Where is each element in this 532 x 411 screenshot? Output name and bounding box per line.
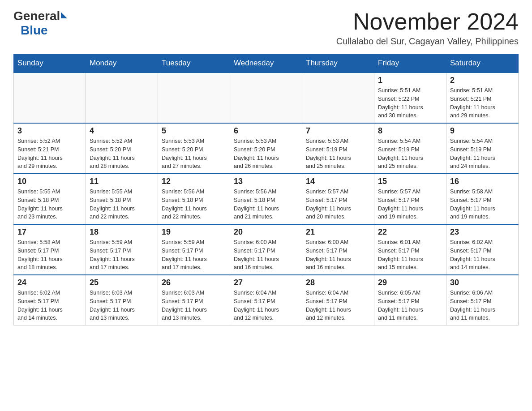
calendar-cell: 28Sunrise: 6:04 AMSunset: 5:17 PMDayligh… <box>302 275 374 325</box>
calendar-cell: 30Sunrise: 6:06 AMSunset: 5:17 PMDayligh… <box>446 275 519 325</box>
calendar-cell: 13Sunrise: 5:56 AMSunset: 5:18 PMDayligh… <box>230 174 302 224</box>
day-number: 27 <box>234 278 298 287</box>
day-number: 29 <box>378 278 442 287</box>
calendar-cell: 2Sunrise: 5:51 AMSunset: 5:21 PMDaylight… <box>446 73 519 123</box>
day-number: 16 <box>450 177 515 186</box>
day-info: Sunrise: 5:53 AMSunset: 5:20 PMDaylight:… <box>234 137 298 171</box>
day-number: 17 <box>17 227 82 237</box>
calendar-header-sunday: Sunday <box>14 54 86 73</box>
day-number: 19 <box>162 227 226 237</box>
calendar-cell: 16Sunrise: 5:58 AMSunset: 5:17 PMDayligh… <box>446 174 519 224</box>
calendar-header-wednesday: Wednesday <box>230 54 302 73</box>
day-number: 13 <box>234 177 298 186</box>
calendar-cell: 21Sunrise: 6:00 AMSunset: 5:17 PMDayligh… <box>302 224 374 275</box>
day-number: 11 <box>90 177 154 186</box>
calendar-cell: 24Sunrise: 6:02 AMSunset: 5:17 PMDayligh… <box>14 275 86 325</box>
day-info: Sunrise: 5:54 AMSunset: 5:19 PMDaylight:… <box>378 137 442 171</box>
calendar-cell: 26Sunrise: 6:03 AMSunset: 5:17 PMDayligh… <box>158 275 230 325</box>
day-number: 22 <box>378 227 442 237</box>
calendar-cell <box>14 73 86 123</box>
day-info: Sunrise: 6:00 AMSunset: 5:17 PMDaylight:… <box>306 238 370 272</box>
logo-blue-text: Blue <box>21 23 48 38</box>
calendar-cell: 4Sunrise: 5:52 AMSunset: 5:20 PMDaylight… <box>86 123 158 174</box>
calendar-cell: 22Sunrise: 6:01 AMSunset: 5:17 PMDayligh… <box>374 224 446 275</box>
day-info: Sunrise: 5:57 AMSunset: 5:17 PMDaylight:… <box>378 188 442 221</box>
day-info: Sunrise: 5:53 AMSunset: 5:19 PMDaylight:… <box>306 137 370 171</box>
day-number: 12 <box>162 177 226 186</box>
calendar-cell <box>86 73 158 123</box>
calendar-cell: 10Sunrise: 5:55 AMSunset: 5:18 PMDayligh… <box>14 174 86 224</box>
day-number: 30 <box>450 278 515 287</box>
day-number: 28 <box>306 278 370 287</box>
calendar-week-2: 3Sunrise: 5:52 AMSunset: 5:21 PMDaylight… <box>14 123 519 174</box>
calendar-cell: 6Sunrise: 5:53 AMSunset: 5:20 PMDaylight… <box>230 123 302 174</box>
title-area: November 2024 Cullalabo del Sur, Cagayan… <box>336 9 519 47</box>
day-number: 10 <box>17 177 82 186</box>
calendar-cell: 3Sunrise: 5:52 AMSunset: 5:21 PMDaylight… <box>14 123 86 174</box>
calendar-week-1: 1Sunrise: 5:51 AMSunset: 5:22 PMDaylight… <box>14 73 519 123</box>
calendar-cell <box>158 73 230 123</box>
calendar-header-tuesday: Tuesday <box>158 54 230 73</box>
day-number: 20 <box>234 227 298 237</box>
day-info: Sunrise: 5:53 AMSunset: 5:20 PMDaylight:… <box>162 137 226 171</box>
day-info: Sunrise: 6:00 AMSunset: 5:17 PMDaylight:… <box>234 238 298 272</box>
day-info: Sunrise: 6:02 AMSunset: 5:17 PMDaylight:… <box>17 289 82 322</box>
calendar-cell <box>302 73 374 123</box>
day-info: Sunrise: 5:54 AMSunset: 5:19 PMDaylight:… <box>450 137 515 171</box>
day-number: 9 <box>450 126 515 136</box>
day-number: 1 <box>378 76 442 85</box>
calendar-cell: 25Sunrise: 6:03 AMSunset: 5:17 PMDayligh… <box>86 275 158 325</box>
day-info: Sunrise: 5:59 AMSunset: 5:17 PMDaylight:… <box>162 238 226 272</box>
month-title: November 2024 <box>336 9 519 34</box>
day-number: 21 <box>306 227 370 237</box>
calendar-week-4: 17Sunrise: 5:58 AMSunset: 5:17 PMDayligh… <box>14 224 519 275</box>
day-number: 7 <box>306 126 370 136</box>
day-info: Sunrise: 5:56 AMSunset: 5:18 PMDaylight:… <box>234 188 298 221</box>
calendar-cell: 20Sunrise: 6:00 AMSunset: 5:17 PMDayligh… <box>230 224 302 275</box>
day-info: Sunrise: 6:03 AMSunset: 5:17 PMDaylight:… <box>162 289 226 322</box>
day-info: Sunrise: 6:01 AMSunset: 5:17 PMDaylight:… <box>378 238 442 272</box>
calendar-cell: 14Sunrise: 5:57 AMSunset: 5:17 PMDayligh… <box>302 174 374 224</box>
day-number: 8 <box>378 126 442 136</box>
day-info: Sunrise: 5:57 AMSunset: 5:17 PMDaylight:… <box>306 188 370 221</box>
day-info: Sunrise: 6:02 AMSunset: 5:17 PMDaylight:… <box>450 238 515 272</box>
day-number: 6 <box>234 126 298 136</box>
calendar-cell: 15Sunrise: 5:57 AMSunset: 5:17 PMDayligh… <box>374 174 446 224</box>
day-info: Sunrise: 5:58 AMSunset: 5:17 PMDaylight:… <box>17 238 82 272</box>
calendar-cell: 1Sunrise: 5:51 AMSunset: 5:22 PMDaylight… <box>374 73 446 123</box>
day-number: 4 <box>90 126 154 136</box>
day-number: 26 <box>162 278 226 287</box>
calendar-cell: 19Sunrise: 5:59 AMSunset: 5:17 PMDayligh… <box>158 224 230 275</box>
calendar-cell: 7Sunrise: 5:53 AMSunset: 5:19 PMDaylight… <box>302 123 374 174</box>
calendar-cell: 5Sunrise: 5:53 AMSunset: 5:20 PMDaylight… <box>158 123 230 174</box>
calendar-cell: 12Sunrise: 5:56 AMSunset: 5:18 PMDayligh… <box>158 174 230 224</box>
calendar-table: SundayMondayTuesdayWednesdayThursdayFrid… <box>13 54 519 325</box>
calendar-header-row: SundayMondayTuesdayWednesdayThursdayFrid… <box>14 54 519 73</box>
day-number: 5 <box>162 126 226 136</box>
calendar-cell: 27Sunrise: 6:04 AMSunset: 5:17 PMDayligh… <box>230 275 302 325</box>
calendar-cell: 23Sunrise: 6:02 AMSunset: 5:17 PMDayligh… <box>446 224 519 275</box>
calendar-header-saturday: Saturday <box>446 54 519 73</box>
day-info: Sunrise: 6:04 AMSunset: 5:17 PMDaylight:… <box>234 289 298 322</box>
logo-general-text: General <box>13 9 60 23</box>
day-info: Sunrise: 5:52 AMSunset: 5:21 PMDaylight:… <box>17 137 82 171</box>
calendar-cell <box>230 73 302 123</box>
day-number: 3 <box>17 126 82 136</box>
calendar-cell: 17Sunrise: 5:58 AMSunset: 5:17 PMDayligh… <box>14 224 86 275</box>
day-info: Sunrise: 5:58 AMSunset: 5:17 PMDaylight:… <box>450 188 515 221</box>
day-info: Sunrise: 5:51 AMSunset: 5:21 PMDaylight:… <box>450 86 515 120</box>
day-info: Sunrise: 5:59 AMSunset: 5:17 PMDaylight:… <box>90 238 154 272</box>
calendar-cell: 29Sunrise: 6:05 AMSunset: 5:17 PMDayligh… <box>374 275 446 325</box>
calendar-cell: 18Sunrise: 5:59 AMSunset: 5:17 PMDayligh… <box>86 224 158 275</box>
day-info: Sunrise: 6:05 AMSunset: 5:17 PMDaylight:… <box>378 289 442 322</box>
day-number: 24 <box>17 278 82 287</box>
day-number: 25 <box>90 278 154 287</box>
calendar-header-thursday: Thursday <box>302 54 374 73</box>
logo: General Blue <box>13 9 67 38</box>
location-title: Cullalabo del Sur, Cagayan Valley, Phili… <box>336 36 519 47</box>
day-info: Sunrise: 6:06 AMSunset: 5:17 PMDaylight:… <box>450 289 515 322</box>
day-number: 23 <box>450 227 515 237</box>
calendar-cell: 8Sunrise: 5:54 AMSunset: 5:19 PMDaylight… <box>374 123 446 174</box>
page-header: General Blue November 2024 Cullalabo del… <box>13 9 519 47</box>
day-info: Sunrise: 5:56 AMSunset: 5:18 PMDaylight:… <box>162 188 226 221</box>
